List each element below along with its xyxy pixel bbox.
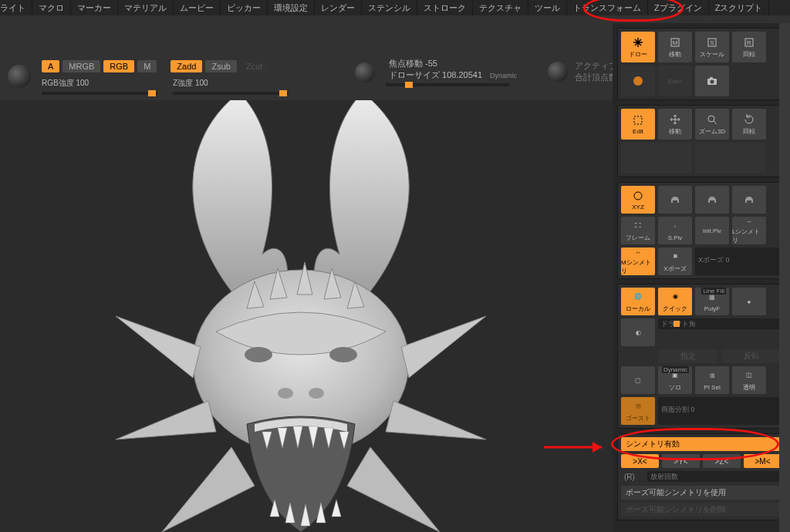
pose-icon: ✖ [669,251,681,263]
menu-item[interactable]: マテリアル [118,0,174,15]
spec-button[interactable]: 指定 [658,349,718,363]
menu-item[interactable]: マクロ [32,0,71,15]
solo-button[interactable]: Dynamic▣ソロ [658,366,692,394]
contrast-button[interactable]: ◐ [621,318,655,346]
transparent-button[interactable]: ◫透明 [732,366,766,394]
dynamic-label: Dynamic [490,72,517,79]
draw-button[interactable]: ドロー [621,32,655,62]
flip-button[interactable]: 反転 [721,349,782,363]
focus-swatch[interactable] [355,62,375,82]
mrgb-chip[interactable]: MRGB [62,60,100,72]
axisy-button[interactable] [695,186,729,214]
move-icon [669,113,681,126]
headset-icon [743,194,755,206]
svg-rect-16 [634,116,642,124]
svg-point-18 [634,192,642,200]
svg-point-17 [708,116,714,122]
screensplit-slider[interactable]: 画面分割 0 [658,397,782,425]
menu-item[interactable]: マーカー [71,0,118,15]
axisz-button[interactable] [732,186,766,214]
drawsize-label: ドローサイズ 108.20541 [386,69,485,81]
menu-item[interactable]: ピッカー [221,0,268,15]
menu-item[interactable]: 環境設定 [268,0,315,15]
menu-item[interactable]: テクスチャ [473,0,528,15]
menu-item[interactable]: ステンシル [362,0,417,15]
zadd-chip[interactable]: Zadd [170,60,202,72]
sym-x-button[interactable]: >X< [621,454,659,468]
local-button[interactable]: 🌐ローカル [621,288,655,315]
axisx-button[interactable] [658,186,692,214]
mode-group: ドロー M 移動 S スケール R 回転 [617,28,785,100]
ptsel-button[interactable]: ⊞Pt Sel [695,366,729,394]
a-chip[interactable]: A [42,60,59,72]
svg-point-14 [711,80,714,84]
box-button[interactable]: ▢ [621,366,655,394]
material-swatch[interactable] [8,65,31,88]
menu-item[interactable]: レンダー [315,0,362,15]
axis-icon [632,190,644,202]
rotate-button[interactable]: R 回転 [732,32,766,62]
ghost-button[interactable]: ◎ゴースト [621,397,655,425]
move-nav-button[interactable]: 移動 [658,109,692,140]
menu-item[interactable]: ライト [0,0,32,15]
msym-button[interactable]: ↔Mシンメトリ [621,247,655,275]
z-intensity-slider[interactable]: Z強度 100 [173,78,289,95]
initp-button[interactable]: Init.Piv [695,217,729,244]
pivot-icon: ◦ [669,221,681,233]
menu-item[interactable]: ツール [528,0,567,15]
frame-button[interactable]: ⛶フレーム [621,217,655,244]
editplus-button[interactable]: Edit+ [658,66,692,96]
headset-icon [706,194,718,206]
sym-r-label: (R) [621,471,644,483]
d-swatch[interactable] [548,62,568,82]
scale-button[interactable]: S スケール [695,32,729,62]
draft-slider[interactable]: ドラフト角 [658,318,782,329]
svg-point-2 [245,347,272,362]
focus-label: 焦点移動 -55 [386,58,517,69]
use-poseable-sym-button[interactable]: ポーズ可能シンメトリを使用 [621,486,782,500]
camera-button[interactable] [695,66,729,96]
sym-y-button[interactable]: >Y< [662,454,700,468]
nav-slot [695,143,766,173]
menu-item-transform[interactable]: トランスフォーム [567,0,648,15]
spiv-button[interactable]: ◦S.Piv [658,217,692,244]
svg-point-5 [309,388,324,399]
linefill-button[interactable]: Line Fill▦PolyF [695,288,729,315]
edit-button[interactable]: Edit [621,109,655,140]
menu-item[interactable]: ムービー [174,0,221,15]
menu-item[interactable]: Zプラグイン [648,0,709,15]
zoom3d-button[interactable]: ズーム3D [695,109,729,140]
symmetry-group: シンメトリ有効 >X< >Y< >Z< >M< (R) 放射回数 ポーズ可能シン… [617,433,785,520]
sym-icon: ↔ [632,247,644,257]
brush-swatch[interactable] [621,66,655,96]
move-button[interactable]: M 移動 [658,32,692,62]
lsym-button[interactable]: ↔Lシンメトリ [732,217,766,244]
sym-m-button[interactable]: >M< [744,454,782,468]
svg-text:S: S [710,39,714,46]
menu-item[interactable]: Zスクリプト [709,0,770,15]
scale-icon: S [706,36,718,49]
del-poseable-sym-button[interactable]: ポーズ可能シンメトリを削除 [621,503,782,517]
zcut-chip[interactable]: Zcut [240,60,268,72]
transform-panel: ドロー M 移動 S スケール R 回転 [613,23,790,532]
rotate-nav-button[interactable]: 回転 [732,109,766,140]
xpose-slider[interactable]: Xポーズ 0 [695,247,782,275]
m-chip[interactable]: M [137,60,157,72]
menu-item[interactable]: ストローク [417,0,473,15]
contrast-icon: ◐ [632,326,644,338]
nav-slot [621,143,692,173]
canvas-viewport[interactable] [0,100,613,532]
quick-button[interactable]: ◉クイック [658,288,692,315]
radial-slider[interactable]: 放射回数 [647,471,782,482]
symmetry-enable-button[interactable]: シンメトリ有効 [621,437,782,451]
zsub-chip[interactable]: Zsub [205,60,236,72]
ptsel-icon: ⊞ [706,370,718,382]
nav-group: Edit 移動 ズーム3D 回転 [617,105,785,177]
sphere-button[interactable]: ● [732,288,766,315]
xyz-button[interactable]: XYZ [621,186,655,214]
xpose-button[interactable]: ✖Xポーズ [658,247,692,275]
top-menubar: ライト マクロ マーカー マテリアル ムービー ピッカー 環境設定 レンダー ス… [0,0,790,15]
rgb-chip[interactable]: RGB [103,60,134,72]
sym-z-button[interactable]: >Z< [703,454,741,468]
rgb-intensity-slider[interactable]: RGB強度 100 [42,78,157,95]
